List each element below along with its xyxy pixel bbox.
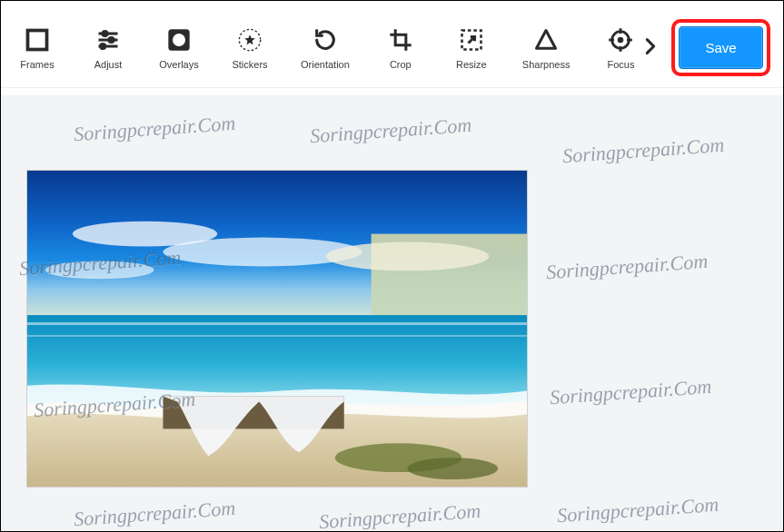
- tool-overlays[interactable]: Overlays: [159, 26, 199, 70]
- svg-rect-26: [27, 322, 527, 325]
- stickers-icon: [236, 26, 263, 54]
- resize-icon: [458, 26, 485, 54]
- svg-point-4: [109, 37, 114, 42]
- save-highlight: Save: [671, 19, 769, 76]
- tool-stickers[interactable]: Stickers: [230, 26, 270, 70]
- svg-rect-0: [28, 30, 47, 49]
- svg-point-6: [101, 44, 105, 48]
- svg-point-8: [173, 34, 185, 46]
- tool-label: Stickers: [232, 59, 267, 70]
- svg-point-23: [326, 242, 489, 271]
- tool-frames[interactable]: Frames: [17, 26, 57, 70]
- save-button[interactable]: Save: [679, 26, 762, 69]
- toolbar-next[interactable]: [640, 30, 660, 66]
- tool-label: Focus: [607, 59, 634, 70]
- svg-point-24: [45, 261, 154, 279]
- beach-image: [27, 171, 527, 487]
- tool-label: Adjust: [94, 59, 123, 70]
- tool-crop[interactable]: Crop: [381, 26, 421, 70]
- tool-adjust[interactable]: Adjust: [88, 26, 128, 70]
- tool-label: Overlays: [159, 59, 198, 70]
- orientation-icon: [312, 26, 339, 54]
- editor-window: Frames Adjust Overlays: [0, 0, 784, 532]
- tool-label: Sharpness: [522, 59, 571, 70]
- svg-marker-12: [537, 30, 556, 48]
- frames-icon: [24, 26, 51, 54]
- tools-row: Frames Adjust Overlays: [17, 26, 640, 70]
- svg-rect-27: [27, 335, 527, 337]
- tool-label: Orientation: [301, 59, 350, 70]
- svg-marker-10: [244, 34, 255, 44]
- canvas-area: [1, 95, 783, 531]
- tool-label: Frames: [20, 59, 54, 70]
- sharpness-icon: [532, 26, 560, 54]
- image-canvas[interactable]: [26, 170, 528, 488]
- adjust-icon: [94, 26, 122, 54]
- tool-resize[interactable]: Resize: [452, 26, 491, 70]
- svg-point-2: [103, 31, 107, 35]
- tool-orientation[interactable]: Orientation: [301, 26, 350, 70]
- tool-focus[interactable]: Focus: [600, 26, 640, 70]
- chevron-right-icon: [640, 29, 660, 67]
- focus-icon: [607, 26, 634, 54]
- tool-label: Crop: [390, 59, 412, 70]
- overlays-icon: [165, 26, 193, 54]
- svg-point-18: [620, 38, 623, 42]
- tool-label: Resize: [456, 59, 487, 70]
- svg-point-30: [407, 458, 498, 479]
- toolbar: Frames Adjust Overlays: [1, 1, 783, 88]
- crop-icon: [387, 26, 414, 54]
- tool-sharpness[interactable]: Sharpness: [522, 26, 571, 70]
